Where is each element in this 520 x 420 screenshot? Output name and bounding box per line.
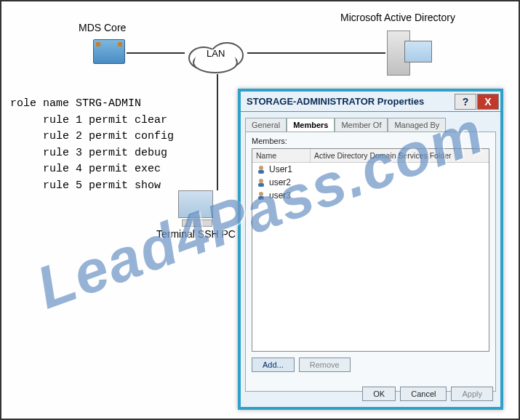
terminal-label: Terminal SSH PC: [156, 228, 236, 240]
mds-label: MDS Core: [79, 22, 126, 33]
list-item[interactable]: User1: [252, 163, 489, 176]
role-line: role name STRG-ADMIN: [10, 97, 141, 110]
tab-general[interactable]: General: [245, 118, 287, 132]
mds-switch-icon: [93, 39, 125, 64]
members-panel: Members: Name Active Directory Domain Se…: [245, 132, 496, 392]
remove-button[interactable]: Remove: [299, 358, 351, 372]
wire-lan-terminal: [217, 74, 218, 190]
list-item[interactable]: user3: [252, 189, 489, 202]
svg-point-8: [259, 192, 263, 196]
user-icon: [256, 164, 266, 174]
server-monitor-icon: [404, 41, 432, 62]
apply-button[interactable]: Apply: [451, 387, 493, 401]
list-item[interactable]: user2: [252, 176, 489, 189]
wire-mds-lan: [127, 52, 185, 54]
rule-line: rule 4 permit exec: [43, 163, 161, 175]
dialog-titlebar[interactable]: STORAGE-ADMINISTRATOR Properties ? X: [241, 92, 500, 112]
lan-label: LAN: [207, 48, 225, 59]
cancel-button[interactable]: Cancel: [400, 387, 447, 401]
add-button[interactable]: Add...: [252, 358, 295, 372]
list-header: Name Active Directory Domain Services Fo…: [252, 149, 489, 163]
ad-label: Microsoft Active Directory: [340, 12, 455, 23]
user-name: user2: [269, 177, 291, 187]
tab-member-of[interactable]: Member Of: [335, 118, 388, 132]
col-folder[interactable]: Active Directory Domain Services Folder: [311, 149, 489, 162]
svg-rect-5: [258, 170, 264, 174]
close-button[interactable]: X: [477, 94, 499, 110]
wire-lan-ad: [247, 52, 385, 54]
lan-cloud-icon: LAN: [185, 36, 247, 74]
rule-line: rule 1 permit clear: [43, 114, 167, 126]
tab-strip: General Members Member Of Managed By: [245, 118, 496, 132]
ok-button[interactable]: OK: [362, 387, 396, 401]
svg-point-4: [259, 166, 263, 170]
tab-managed-by[interactable]: Managed By: [388, 118, 446, 132]
user-name: user3: [269, 190, 291, 201]
role-config-block: role name STRG-ADMIN rule 1 permit clear…: [10, 96, 174, 194]
svg-rect-9: [258, 196, 264, 200]
user-name: User1: [269, 164, 292, 174]
help-button[interactable]: ?: [455, 94, 476, 110]
svg-point-6: [259, 179, 263, 183]
terminal-keyboard-icon: [182, 219, 212, 227]
user-icon: [256, 177, 266, 187]
members-listbox[interactable]: Name Active Directory Domain Services Fo…: [252, 148, 489, 352]
dialog-footer: OK Cancel Apply: [362, 387, 493, 401]
user-icon: [256, 190, 266, 201]
svg-rect-7: [258, 183, 264, 187]
panel-button-row: Add... Remove: [252, 358, 489, 372]
members-label: Members:: [252, 137, 489, 145]
rule-line: rule 3 permit debug: [43, 147, 167, 159]
rule-line: rule 5 permit show: [43, 179, 161, 192]
dialog-title: STORAGE-ADMINISTRATOR Properties: [247, 96, 454, 107]
terminal-monitor-icon: [178, 190, 213, 218]
tab-members[interactable]: Members: [287, 118, 335, 132]
rule-line: rule 2 permit config: [43, 130, 174, 142]
properties-dialog: STORAGE-ADMINISTRATOR Properties ? X Gen…: [238, 89, 503, 410]
col-name[interactable]: Name: [252, 149, 311, 162]
